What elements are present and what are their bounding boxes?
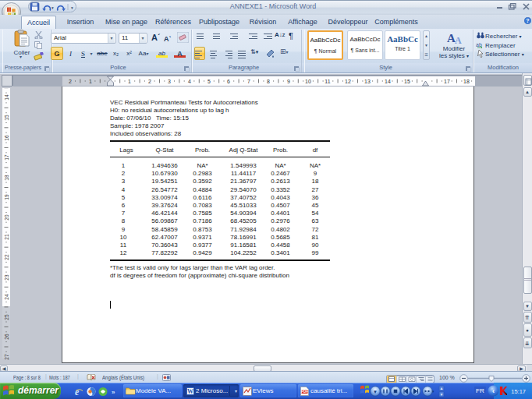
svg-text:1: 1 (89, 79, 92, 84)
svg-text:e: e (75, 387, 80, 397)
svg-text:10: 10 (305, 79, 311, 84)
svg-text:16: 16 (4, 135, 9, 141)
svg-text:7: 7 (247, 79, 250, 84)
svg-text:8: 8 (267, 79, 270, 84)
svg-text:PDF: PDF (301, 390, 308, 394)
svg-text:18: 18 (463, 79, 470, 84)
svg-text:15: 15 (4, 115, 9, 121)
svg-text:‹: ‹ (492, 387, 495, 395)
svg-text:17: 17 (4, 154, 9, 161)
svg-text:▾: ▾ (51, 5, 54, 10)
svg-text:▾: ▾ (71, 5, 73, 10)
svg-text:W: W (187, 387, 193, 394)
svg-text:?: ? (526, 18, 529, 23)
svg-text:5: 5 (207, 79, 211, 84)
svg-text:27: 27 (4, 354, 9, 360)
svg-text:12: 12 (345, 79, 351, 84)
svg-text:2: 2 (148, 79, 151, 84)
svg-text:3: 3 (168, 79, 171, 84)
svg-text:26: 26 (4, 334, 9, 340)
svg-text:14: 14 (385, 79, 391, 84)
svg-text:17: 17 (444, 79, 450, 84)
svg-text:1: 1 (128, 79, 131, 84)
svg-text:6: 6 (227, 79, 230, 84)
svg-text:9: 9 (287, 79, 290, 84)
svg-text:14: 14 (4, 94, 9, 101)
svg-text:25: 25 (4, 314, 9, 320)
svg-text:▼: ▼ (440, 392, 444, 397)
svg-text:»: » (112, 389, 115, 396)
svg-text:24: 24 (4, 294, 9, 300)
svg-text:13: 13 (364, 79, 371, 84)
svg-text:▾: ▾ (374, 389, 377, 394)
svg-text:4: 4 (188, 79, 191, 84)
svg-text:15: 15 (404, 79, 410, 84)
svg-text:A: A (455, 35, 462, 45)
svg-text:▲: ▲ (440, 386, 444, 390)
svg-text:23: 23 (4, 274, 9, 281)
svg-text:2: 2 (69, 79, 72, 84)
svg-text:▾: ▾ (432, 389, 434, 394)
svg-text:11: 11 (325, 79, 330, 84)
